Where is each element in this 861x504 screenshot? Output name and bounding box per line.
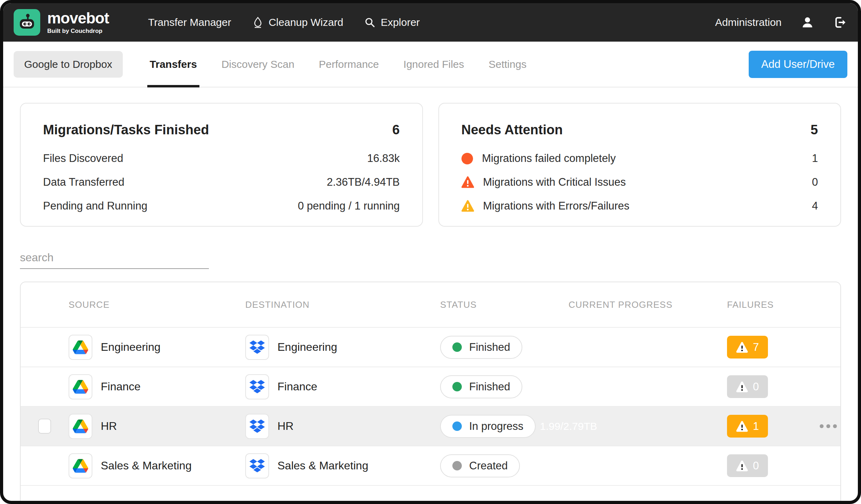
google-drive-icon [69,374,92,399]
source-label: Engineering [101,341,161,354]
col-header-destination: DESTINATION [245,299,440,310]
administration-link[interactable]: Administration [715,16,782,28]
tab-settings[interactable]: Settings [477,42,539,87]
search-icon [364,17,375,28]
status-badge[interactable]: Finished [440,375,522,398]
dropbox-icon [245,374,269,399]
source-label: Finance [101,380,141,393]
failures-badge[interactable]: 7 [727,336,768,359]
google-drive-icon [69,414,92,439]
stat-label: Files Discovered [43,152,123,165]
status-dot [452,421,462,431]
source-cell: HR [69,414,245,439]
stat-label: Data Transferred [43,176,125,189]
brand-subtitle: Built by Couchdrop [47,28,109,35]
critical-warning-icon [461,176,474,189]
status-label: In progress [469,420,523,433]
attention-value: 1 [812,152,818,165]
robot-icon [17,13,36,32]
failures-count: 7 [753,341,759,354]
warning-icon [736,381,748,393]
table-row[interactable]: Finance Finance Finished 1.68/1.68TB [21,367,840,406]
destination-label: Sales & Marketing [277,459,368,472]
failures-badge[interactable]: 1 [727,415,768,438]
source-cell: Finance [69,374,245,399]
card-title: Migrations/Tasks Finished [43,122,209,137]
nav-right: Administration [715,16,847,29]
col-header-source: SOURCE [69,299,245,310]
search-field-wrap [20,251,209,269]
stat-value: 16.83k [367,152,400,165]
table-header: SOURCE DESTINATION STATUS CURRENT PROGRE… [21,282,840,327]
card-value: 5 [811,122,818,137]
project-selector-chip[interactable]: Google to Dropbox [14,51,123,78]
stat-label: Pending and Running [43,200,147,212]
destination-label: Engineering [277,341,337,354]
nav-item-label: Transfer Manager [148,16,231,28]
cleanup-icon [252,16,263,28]
tab-discovery-scan[interactable]: Discovery Scan [209,42,306,87]
attention-row: Migrations with Errors/Failures 4 [461,200,818,212]
failures-count: 1 [753,420,759,433]
nav-item-cleanup-wizard[interactable]: Cleanup Wizard [252,16,343,28]
nav-item-label: Cleanup Wizard [269,16,343,28]
add-user-drive-button[interactable]: Add User/Drive [749,51,847,78]
movebot-logo[interactable] [14,9,40,36]
row-menu-ellipsis[interactable] [816,424,840,428]
brand-name: movebot [47,10,109,26]
table-row[interactable]: Engineering Engineering Finished 369.28/ [21,327,840,367]
status-label: Created [469,460,508,472]
col-header-failures: FAILURES [727,299,816,310]
status-badge[interactable]: Created [440,454,520,477]
attention-value: 0 [812,176,818,189]
table-row[interactable]: Sales & Marketing Sales & Marketing Crea… [21,446,840,485]
stat-value: 2.36TB/4.94TB [327,176,400,189]
status-badge[interactable]: In progress [440,415,536,438]
search-input[interactable] [20,251,209,264]
warning-icon [736,460,748,472]
stat-value: 0 pending / 1 running [298,200,400,212]
stat-row: Pending and Running 0 pending / 1 runnin… [43,200,400,212]
stat-row: Files Discovered 16.83k [43,152,400,165]
warning-icon [736,341,748,353]
app-window: movebot Built by Couchdrop Transfer Mana… [0,0,861,504]
failures-badge[interactable]: 0 [727,375,768,398]
source-cell: Sales & Marketing [69,453,245,478]
table-row[interactable]: HR HR In progress 1.99/2.79TB [21,406,840,446]
failures-count: 0 [753,460,759,472]
destination-cell: Finance [245,374,440,399]
errors-warning-icon [461,200,474,212]
destination-cell: Sales & Marketing [245,453,440,478]
attention-label: Migrations with Errors/Failures [483,200,630,212]
nav-item-label: Explorer [381,16,420,28]
status-dot [452,382,462,391]
destination-cell: HR [245,414,440,439]
stat-row: Data Transferred 2.36TB/4.94TB [43,176,400,189]
failures-badge[interactable]: 0 [727,454,768,477]
status-dot [452,342,462,352]
card-title: Needs Attention [461,122,563,137]
status-badge[interactable]: Finished [440,336,522,359]
nav-item-transfer-manager[interactable]: Transfer Manager [148,16,231,28]
destination-label: HR [277,420,294,433]
attention-row: Migrations failed completely 1 [461,152,818,165]
destination-cell: Engineering [245,335,440,360]
source-label: Sales & Marketing [101,459,192,472]
col-header-current-progress: CURRENT PROGRESS [569,299,727,310]
needs-attention-card: Needs Attention 5 Migrations failed comp… [438,103,841,227]
tab-transfers[interactable]: Transfers [137,42,209,87]
tab-ignored-files[interactable]: Ignored Files [391,42,476,87]
attention-row: Migrations with Critical Issues 0 [461,176,818,189]
tab-performance[interactable]: Performance [306,42,391,87]
failed-circle-icon [461,153,473,164]
attention-value: 4 [812,200,818,212]
migrations-finished-card: Migrations/Tasks Finished 6 Files Discov… [20,103,423,227]
table-footer-spacer [21,485,840,496]
logout-icon[interactable] [833,16,847,29]
user-icon[interactable] [801,16,814,29]
row-checkbox[interactable] [38,419,51,434]
dropbox-icon [245,414,269,439]
transfers-table: SOURCE DESTINATION STATUS CURRENT PROGRE… [20,282,841,504]
nav-item-explorer[interactable]: Explorer [364,16,420,28]
status-dot [452,461,462,470]
